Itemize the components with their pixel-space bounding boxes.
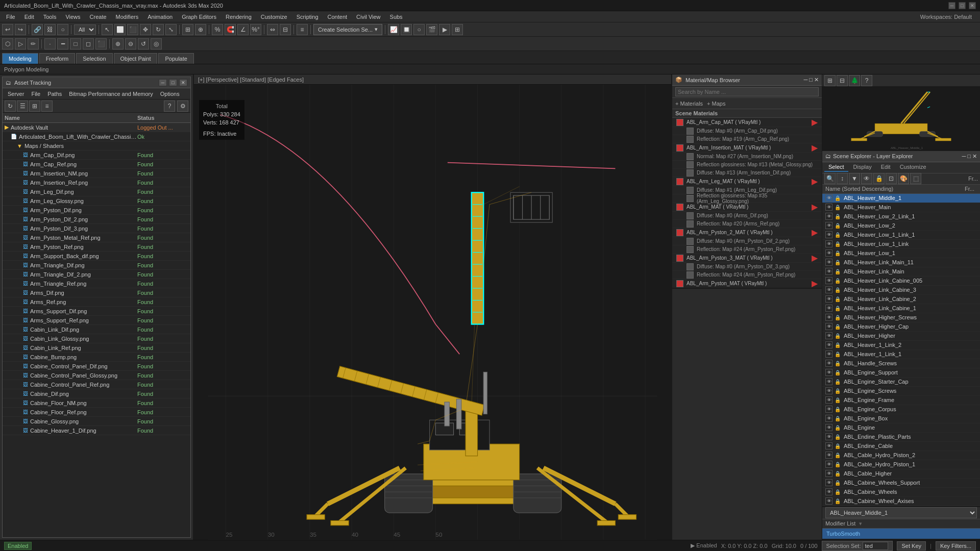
- asset-file-row[interactable]: 🖼 Arm_Triangle_Dif.png Found: [3, 261, 190, 270]
- asset-file-row[interactable]: 🖼 Arm_Pyston_Metal_Ref.png Found: [3, 233, 190, 242]
- se-vis-btn[interactable]: 👁: [825, 452, 832, 459]
- asset-file-row[interactable]: 🖼 Cabine_Floor_NM.png Found: [3, 398, 190, 408]
- mat-submap-item[interactable]: Diffuse: Map #0 (Arm_Pyston_Dif_2.png): [672, 237, 822, 245]
- asset-file-row[interactable]: 🖼 Cabin_Link_Dif.png Found: [3, 325, 190, 334]
- percent-snap[interactable]: %°: [250, 24, 261, 35]
- move-button[interactable]: ✥: [140, 24, 151, 35]
- mat-nav-materials[interactable]: + Materials: [675, 101, 703, 107]
- scene-explorer-item[interactable]: 👁 🔒 ABL_Heaver_Low_2: [822, 221, 980, 231]
- scale-button[interactable]: ⤡: [165, 24, 177, 35]
- asset-table-body[interactable]: ▶ Autodesk Vault Logged Out ... 📄 Articu…: [3, 123, 190, 537]
- scene-explorer-item[interactable]: 👁 🔒 ABL_Engine_Frame: [822, 396, 980, 405]
- scene-explorer-item[interactable]: 👁 🔒 ABL_Engine_Screws: [822, 387, 980, 396]
- loop-button[interactable]: ↺: [138, 38, 149, 49]
- align-button[interactable]: ⊟: [280, 24, 291, 35]
- mat-close-btn[interactable]: ✕: [814, 77, 819, 83]
- mat-submap-item[interactable]: Diffuse: Map #0 (Arm_Pyston_Dif_3.png): [672, 263, 822, 271]
- unlink-button[interactable]: ⛓: [44, 24, 56, 35]
- mat-item[interactable]: ABL_Arm_Cap_MAT ( VRayMtl ) ▶: [672, 118, 822, 127]
- menu-rendering[interactable]: Rendering: [222, 13, 256, 21]
- asset-file-row[interactable]: 🖼 Arm_Cap_Dif.png Found: [3, 151, 190, 160]
- render-to-texture-button[interactable]: ⊞: [452, 24, 463, 35]
- se-vis-btn[interactable]: 👁: [825, 433, 832, 440]
- set-key-button[interactable]: Set Key: [897, 541, 926, 550]
- se-lock-btn[interactable]: 🔒: [873, 173, 885, 184]
- scene-explorer-item[interactable]: 👁 🔒 ABL_Cable_Hydro_Piston_1: [822, 460, 980, 469]
- snap-toggle[interactable]: 🧲: [225, 24, 236, 35]
- tab-object-paint[interactable]: Object Paint: [114, 53, 158, 64]
- scene-explorer-item[interactable]: 👁 🔒 ABL_Engine_Starter_Cap: [822, 378, 980, 387]
- se-color-btn[interactable]: 🎨: [898, 173, 909, 184]
- se-vis-btn[interactable]: 👁: [825, 222, 832, 229]
- fr-btn-4[interactable]: ?: [861, 75, 872, 86]
- se-filter-btn[interactable]: ▼: [849, 173, 860, 184]
- paint-button[interactable]: ✏: [28, 38, 39, 49]
- se-maximize-btn[interactable]: □: [967, 153, 971, 160]
- schematic-view-button[interactable]: 🔲: [401, 24, 412, 35]
- tab-modeling[interactable]: Modeling: [2, 53, 38, 64]
- grow-button[interactable]: ⊕: [112, 38, 124, 49]
- file-row[interactable]: 📄 Articulated_Boom_Lift_With_Crawler_Cha…: [3, 132, 190, 141]
- se-vis-btn[interactable]: 👁: [825, 350, 832, 358]
- se-vis-btn[interactable]: 👁: [825, 497, 832, 505]
- viewport-canvas[interactable]: 25 30 35 40 45 50: [194, 85, 671, 540]
- mat-submap-item[interactable]: Reflection glossiness: Map #35 (Arm_Leg_…: [672, 194, 822, 203]
- menu-views[interactable]: Views: [61, 13, 84, 21]
- bind-to-space-button[interactable]: ○: [57, 24, 68, 35]
- scene-explorer-item[interactable]: 👁 🔒 ABL_Engine_Box: [822, 414, 980, 423]
- modifier-object-dropdown[interactable]: ABL_Heaver_Middle_1: [825, 507, 977, 518]
- mat-search-input[interactable]: [675, 87, 819, 96]
- mat-submap-item[interactable]: Diffuse: Map #0 (Arms_Dif.png): [672, 212, 822, 220]
- curve-editor-button[interactable]: 📈: [388, 24, 399, 35]
- se-vis-btn[interactable]: 👁: [825, 240, 832, 247]
- asset-view-btn[interactable]: ☰: [17, 101, 28, 112]
- scene-explorer-item[interactable]: 👁 🔒 ABL_Engine_Corpus: [822, 405, 980, 414]
- scene-explorer-item[interactable]: 👁 🔒 ABL_Endine_Cable: [822, 442, 980, 451]
- scene-explorer-item[interactable]: 👁 🔒 ABL_Heaver_Main: [822, 203, 980, 212]
- asset-file-row[interactable]: 🖼 Arm_Pyston_Ref.png Found: [3, 242, 190, 252]
- menu-edit[interactable]: Edit: [20, 13, 38, 21]
- minimize-button[interactable]: ─: [948, 2, 955, 9]
- menu-modifiers[interactable]: Modifiers: [112, 13, 143, 21]
- tab-populate[interactable]: Populate: [158, 53, 193, 64]
- se-vis-btn[interactable]: 👁: [825, 488, 832, 495]
- rotate-button[interactable]: ↻: [153, 24, 164, 35]
- asset-file-row[interactable]: 🖼 Arm_Cap_Ref.png Found: [3, 160, 190, 169]
- select-link-button[interactable]: 🔗: [32, 24, 43, 35]
- asset-file-row[interactable]: 🖼 Arm_Pyston_Dif_3.png Found: [3, 224, 190, 233]
- se-vis-btn[interactable]: 👁: [825, 259, 832, 266]
- se-vis-btn[interactable]: 👁: [825, 305, 832, 312]
- se-vis-btn[interactable]: 👁: [825, 213, 832, 220]
- select-region-button[interactable]: ⬜: [114, 24, 126, 35]
- asset-help-btn[interactable]: ?: [164, 101, 175, 112]
- asset-menu-bitmap[interactable]: Bitmap Performance and Memory: [66, 90, 156, 98]
- mat-submap-item[interactable]: Normal: Map #27 (Arm_Insertion_NM.png): [672, 153, 822, 161]
- fr-btn-1[interactable]: ⊞: [824, 75, 836, 86]
- asset-file-row[interactable]: 🖼 Arm_Support_Back_dif.png Found: [3, 252, 190, 261]
- se-vis-btn[interactable]: 👁: [825, 249, 832, 257]
- scene-explorer-item[interactable]: 👁 🔒 ABL_Heaver_Higher: [822, 332, 980, 341]
- maximize-button[interactable]: □: [959, 2, 966, 9]
- close-button[interactable]: ✕: [969, 2, 976, 9]
- se-vis-btn[interactable]: 👁: [825, 295, 832, 303]
- asset-file-row[interactable]: 🖼 Cabine_Heaver_1_Dif.png Found: [3, 426, 190, 435]
- se-vis-btn[interactable]: 👁: [825, 231, 832, 238]
- mat-item[interactable]: ABL_Arm_Pyston_2_MAT ( VRayMtl ) ▶: [672, 228, 822, 237]
- mat-submap-item[interactable]: Reflection: Map #24 (Arm_Pyston_Ref.png): [672, 271, 822, 279]
- scene-explorer-item[interactable]: 👁 🔒 ABL_Cabine_Wheel_Axises: [822, 497, 980, 506]
- se-vis-btn[interactable]: 👁: [825, 204, 832, 211]
- menu-customize[interactable]: Customize: [257, 13, 291, 21]
- scene-explorer-item[interactable]: 👁 🔒 ABL_Cabine_Wheels_Support: [822, 479, 980, 488]
- scene-explorer-item[interactable]: 👁 🔒 ABL_Heaver_Middle_1: [822, 194, 980, 203]
- asset-file-row[interactable]: 🖼 Arm_Leg_Dif.png Found: [3, 187, 190, 196]
- se-vis-btn[interactable]: 👁: [825, 286, 832, 293]
- asset-file-row[interactable]: 🖼 Cabine_Bump.png Found: [3, 353, 190, 362]
- scene-explorer-item[interactable]: 👁 🔒 ABL_Heaver_Link_Main_11: [822, 258, 980, 267]
- mat-item[interactable]: ABL_Arm_Pyston_MAT ( VRayMtl ) ▶: [672, 279, 822, 288]
- se-show-btn[interactable]: 👁: [861, 173, 872, 184]
- se-vis-btn[interactable]: 👁: [825, 332, 832, 339]
- shrink-button[interactable]: ⊖: [125, 38, 136, 49]
- element-mode[interactable]: ⬛: [95, 38, 107, 49]
- mat-item[interactable]: ABL_Arm_MAT ( VRayMtl ) ▶: [672, 203, 822, 212]
- scene-explorer-item[interactable]: 👁 🔒 ABL_Heaver_Link_Cabine_005: [822, 277, 980, 286]
